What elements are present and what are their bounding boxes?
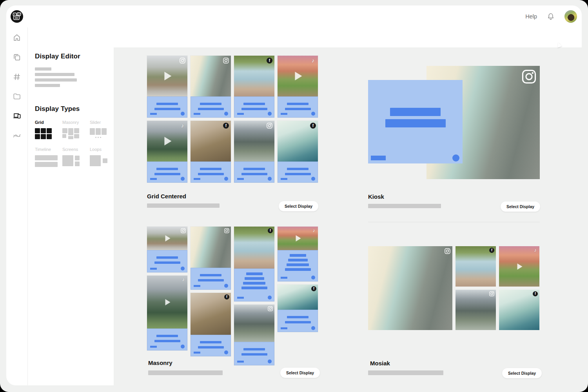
avatar-placeholder — [224, 177, 228, 181]
post-text-placeholder — [191, 96, 231, 118]
post-text-placeholder — [278, 310, 318, 332]
post-text-placeholder — [278, 250, 318, 281]
display-editor-panel: Display Editor Display Types GridMasonry… — [27, 27, 114, 385]
text-line-placeholder — [285, 268, 311, 271]
avatar-placeholder — [181, 345, 185, 348]
app-logo-icon[interactable] — [11, 10, 23, 23]
text-line-placeholder — [200, 341, 221, 343]
post-card: f — [234, 56, 274, 118]
instagram-badge-icon — [223, 58, 229, 64]
post-image — [234, 121, 274, 162]
masonry-layout-icon — [62, 128, 87, 140]
panel-description-placeholder — [35, 67, 106, 87]
post-text-placeholder — [234, 96, 274, 118]
instagram-badge-icon — [522, 69, 536, 84]
avatar-placeholder — [181, 267, 185, 270]
app-canvas: Help Display Editor — [0, 0, 588, 392]
tiktok-badge-icon: ♪ — [181, 277, 186, 282]
text-line-placeholder — [154, 261, 180, 264]
post-text-placeholder — [147, 250, 187, 272]
topbar-actions: Help — [525, 5, 577, 27]
post-card — [147, 227, 187, 272]
user-avatar[interactable] — [564, 10, 577, 23]
notifications-bell-icon[interactable] — [546, 12, 555, 21]
display-type-loops[interactable]: Loops — [90, 147, 117, 167]
play-icon — [296, 235, 301, 241]
display-description-placeholder — [147, 203, 220, 208]
loops-layout-icon — [90, 155, 114, 167]
text-line-placeholder — [243, 348, 265, 350]
text-line-placeholder — [156, 103, 178, 105]
slider-layout-icon — [90, 128, 114, 140]
avatar-placeholder — [224, 284, 228, 288]
text-line-placeholder — [285, 321, 311, 323]
display-type-masonry[interactable]: Masonry — [62, 120, 90, 140]
screens-layout-icon — [62, 155, 87, 167]
text-placeholder-bar — [35, 78, 77, 82]
instagram-badge-icon — [489, 291, 494, 296]
post-image: f — [234, 227, 274, 269]
display-type-slider[interactable]: Slider — [90, 120, 117, 140]
display-name: Mosiak — [370, 360, 390, 367]
tiktok-badge-icon: ♪ — [310, 58, 316, 64]
post-text-placeholder — [147, 162, 187, 183]
text-line-placeholder — [200, 103, 221, 105]
post-text-placeholder — [278, 162, 318, 183]
display-type-timeline[interactable]: Timeline — [35, 147, 62, 167]
text-placeholder-bar — [35, 67, 51, 71]
help-link[interactable]: Help — [525, 13, 537, 20]
play-icon — [165, 299, 170, 305]
avatar-placeholder — [452, 154, 459, 162]
sidebar-item-hashtags[interactable] — [13, 73, 21, 81]
sidebar-item-displays[interactable] — [13, 112, 21, 120]
text-line-placeholder — [156, 256, 178, 259]
text-line-placeholder — [385, 119, 446, 127]
select-display-button[interactable]: Select Display — [501, 201, 540, 212]
grid-layout-icon — [35, 128, 59, 140]
timestamp-placeholder — [237, 297, 244, 299]
display-types-title: Display Types — [35, 105, 106, 113]
text-line-placeholder — [287, 103, 309, 105]
sidebar-item-analytics[interactable] — [13, 131, 21, 140]
post-card: ♪ — [147, 121, 187, 183]
text-line-placeholder — [198, 279, 224, 281]
display-type-label: Screens — [62, 147, 90, 152]
sidebar-item-home[interactable] — [13, 33, 21, 42]
post-text-placeholder — [234, 342, 274, 365]
display-type-label: Slider — [90, 120, 117, 125]
sidebar-item-folders[interactable] — [13, 92, 21, 101]
facebook-badge-icon: f — [267, 58, 272, 64]
text-line-placeholder — [285, 108, 311, 110]
avatar-placeholder — [311, 177, 315, 181]
timestamp-placeholder — [237, 113, 244, 115]
text-line-placeholder — [243, 103, 265, 105]
post-image: ♪ — [278, 56, 318, 96]
post-text-placeholder — [278, 96, 318, 118]
masonry-column: ♪f — [278, 227, 318, 332]
post-card: ♪ — [278, 56, 318, 118]
select-display-button[interactable]: Select Display — [279, 201, 318, 211]
post-image: f — [499, 290, 539, 330]
sidebar-item-content[interactable] — [13, 53, 21, 62]
text-line-placeholder — [200, 168, 221, 170]
display-description-placeholder — [368, 204, 441, 208]
display-type-grid[interactable]: Grid — [35, 120, 62, 140]
post-card: ♪ — [147, 276, 187, 350]
select-display-button[interactable]: Select Display — [280, 368, 320, 378]
display-description-placeholder — [148, 370, 223, 375]
display-type-options: GridMasonrySliderTimelineScreensLoops — [35, 120, 106, 167]
timestamp-placeholder — [194, 285, 200, 287]
text-placeholder-bar — [35, 73, 74, 76]
display-name: Grid Centered — [147, 193, 186, 200]
tiktok-badge-icon: ♪ — [533, 248, 538, 253]
text-line-placeholder — [287, 168, 309, 170]
post-image — [456, 290, 496, 330]
mosiak-tiles: f♪f — [368, 246, 540, 330]
display-type-screens[interactable]: Screens — [62, 147, 90, 167]
post-image: ♪ — [147, 121, 187, 162]
select-display-button[interactable]: Select Display — [502, 368, 542, 378]
timestamp-placeholder — [371, 156, 386, 160]
timestamp-placeholder — [281, 113, 287, 115]
post-image — [191, 56, 231, 96]
timestamp-placeholder — [150, 268, 157, 270]
